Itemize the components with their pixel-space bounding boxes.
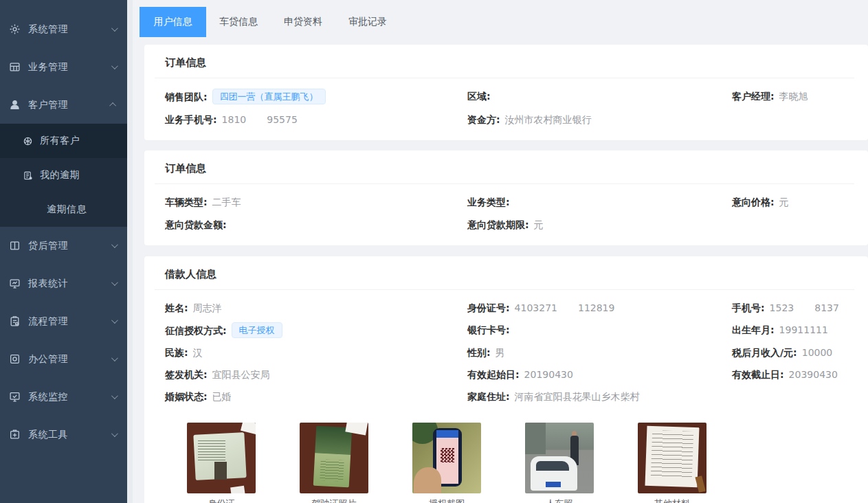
order-info-card-2: 订单信息 车辆类型:二手车 业务类型: 意向价格:元 意向贷款金额: 意向贷款期… <box>144 150 868 245</box>
sidebar-item-label: 报表统计 <box>28 278 111 290</box>
sidebar-item-overdue-info[interactable]: 逾期信息 <box>0 192 127 227</box>
photo-caption: 授权截图 <box>412 498 481 503</box>
divider <box>155 183 854 184</box>
photo-caption: 驾驶证照片 <box>300 498 368 503</box>
sidebar-item-label: 逾期信息 <box>47 203 87 216</box>
chevron-down-icon <box>111 392 118 399</box>
sidebar-item-label: 所有客户 <box>40 135 80 147</box>
green-booklet-photo[interactable] <box>300 423 368 493</box>
tab-approval-records[interactable]: 审批记录 <box>335 7 400 37</box>
field-intended-loan-amount: 意向贷款金额: <box>165 217 467 233</box>
field-funder: 资金方:汝州市农村商业银行 <box>467 112 732 128</box>
sidebar-item-business-mgmt[interactable]: 业务管理 <box>0 48 127 86</box>
photo-item: 人车照 <box>525 423 594 503</box>
chevron-down-icon <box>111 430 118 437</box>
sidebar-item-system-monitor[interactable]: 系统监控 <box>0 378 127 416</box>
section-title: 订单信息 <box>165 56 854 69</box>
sidebar-item-my-overdue[interactable]: 我的逾期 <box>0 158 127 192</box>
detail-tabs: 用户信息 车贷信息 申贷资料 审批记录 <box>140 7 868 37</box>
sidebar-item-label: 系统管理 <box>28 23 111 36</box>
sidebar-item-office-mgmt[interactable]: 办公管理 <box>0 340 127 378</box>
chevron-down-icon <box>111 25 118 32</box>
paper-doc-photo[interactable] <box>638 423 706 493</box>
field-name: 姓名:周志洋 <box>165 300 467 316</box>
notebook-icon <box>23 170 33 181</box>
field-vehicle-type: 车辆类型:二手车 <box>165 194 467 210</box>
sidebar-item-label: 系统工具 <box>28 429 111 441</box>
chevron-down-icon <box>111 317 118 324</box>
photo-caption: 人车照 <box>525 498 594 503</box>
monitor-icon <box>9 278 21 289</box>
field-credit-auth-method: 征信授权方式:电子授权 <box>165 322 467 339</box>
sidebar-item-system-tools[interactable]: 系统工具 <box>0 416 127 454</box>
field-issuing-authority: 签发机关:宜阳县公安局 <box>165 367 467 383</box>
field-ethnicity: 民族:汉 <box>165 345 467 361</box>
borrower-photos: 身份证 驾驶证照片 授权截图 <box>187 423 854 503</box>
sidebar-item-label: 办公管理 <box>28 353 111 366</box>
sidebar-item-label: 我的逾期 <box>40 169 80 181</box>
field-valid-from: 有效起始日:20190430 <box>467 367 732 383</box>
content-edge-strip <box>127 0 133 503</box>
field-marital-status: 婚姻状态:已婚 <box>165 389 467 405</box>
field-gender: 性别:男 <box>467 345 732 361</box>
photo-caption: 身份证 <box>187 498 256 503</box>
section-title: 订单信息 <box>165 161 854 175</box>
sidebar-item-postloan-mgmt[interactable]: 贷后管理 <box>0 227 127 265</box>
field-intended-price: 意向价格:元 <box>732 194 854 210</box>
sales-team-tag[interactable]: 四团一营（直属王鹏飞） <box>212 89 326 104</box>
photo-item: 其他材料 <box>638 423 706 503</box>
sidebar-item-system-mgmt[interactable]: 系统管理 <box>0 10 127 48</box>
field-monthly-income: 税后月收入/元:10000 <box>732 345 854 361</box>
chevron-down-icon <box>111 279 118 286</box>
gear-icon <box>9 23 21 35</box>
field-sales-team: 销售团队:四团一营（直属王鹏飞） <box>165 89 467 105</box>
field-account-manager: 客户经理:李晓旭 <box>732 89 854 105</box>
customer-submenu: 所有客户 我的逾期 逾期信息 <box>0 124 127 227</box>
clipboard-icon <box>9 315 21 327</box>
office-icon <box>9 353 21 365</box>
divider <box>155 78 854 78</box>
tab-loan-application-docs[interactable]: 申贷资料 <box>271 7 335 37</box>
sidebar-item-label: 贷后管理 <box>28 240 111 252</box>
field-bank-card: 银行卡号: <box>467 322 732 339</box>
section-title: 借款人信息 <box>165 267 854 281</box>
chevron-down-icon <box>111 63 118 69</box>
qr-code-shape <box>441 448 454 462</box>
toolbox-icon <box>9 429 21 440</box>
photo-item: 授权截图 <box>412 423 481 503</box>
tab-car-loan-info[interactable]: 车贷信息 <box>206 7 271 37</box>
field-id-number: 身份证号:4103271112819 <box>467 300 732 316</box>
chevron-down-icon <box>111 241 118 248</box>
credit-auth-tag: 电子授权 <box>232 322 282 338</box>
sidebar-item-label: 系统监控 <box>28 391 111 403</box>
field-home-address: 家庭住址:河南省宜阳县花果山乡木柴村 <box>467 389 732 405</box>
photo-item: 驾驶证照片 <box>300 423 368 503</box>
sidebar-item-label: 流程管理 <box>28 315 111 328</box>
phone-qr-photo[interactable] <box>412 423 481 493</box>
chevron-down-icon <box>111 355 118 361</box>
sidebar-item-label: 客户管理 <box>28 99 111 111</box>
tab-user-info[interactable]: 用户信息 <box>140 7 206 37</box>
sidebar-item-workflow-mgmt[interactable]: 流程管理 <box>0 302 127 340</box>
field-mobile-phone: 手机号:15238137 <box>732 300 854 316</box>
monitor-check-icon <box>9 391 21 403</box>
book-icon <box>9 240 21 252</box>
id-card-photo[interactable] <box>187 423 256 493</box>
sidebar: 系统管理 业务管理 客户管理 所有客户 我的逾期 逾期信息 <box>0 0 127 503</box>
sidebar-item-label: 业务管理 <box>28 61 111 74</box>
user-icon <box>9 99 21 111</box>
photo-caption: 其他材料 <box>638 498 706 503</box>
sidebar-item-customer-mgmt[interactable]: 客户管理 <box>0 86 127 124</box>
field-business-phone: 业务手机号:181095575 <box>165 112 467 128</box>
hand-shape <box>414 467 441 493</box>
sidebar-item-report-stats[interactable]: 报表统计 <box>0 265 127 302</box>
person-car-photo[interactable] <box>525 423 594 493</box>
order-info-card-1: 订单信息 销售团队:四团一营（直属王鹏飞） 区域: 客户经理:李晓旭 业务手机号… <box>144 45 868 140</box>
field-birth-date: 出生年月:19911111 <box>732 322 854 339</box>
divider <box>155 289 854 290</box>
customers-icon <box>23 136 33 146</box>
sidebar-item-all-customers[interactable]: 所有客户 <box>0 124 127 158</box>
table-icon <box>9 61 21 73</box>
field-intended-loan-term: 意向贷款期限:元 <box>467 217 732 233</box>
portrait-shape <box>214 462 227 480</box>
